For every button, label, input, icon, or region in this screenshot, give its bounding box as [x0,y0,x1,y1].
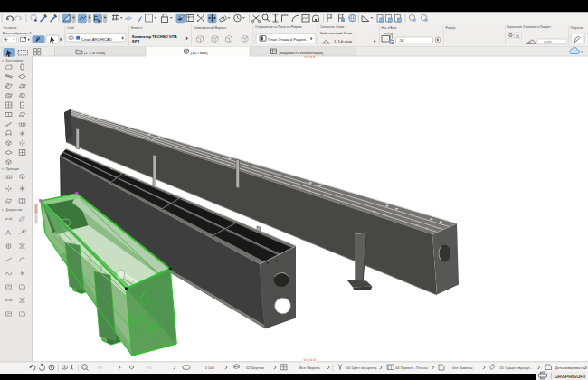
svg-text:1. 1-й этаж: 1. 1-й этаж [334,39,352,43]
svg-text:02 Чертеж: 02 Чертеж [246,366,264,370]
svg-text:Основные:: Основные: [4,26,18,30]
svg-text:без Замены: без Замены [452,366,473,370]
svg-text:Связанные Этажи:: Связанные Этажи: [320,25,345,29]
svg-text:НЗ: НЗ [147,366,152,370]
svg-text:Слой:: Слой: [67,26,75,30]
svg-text:[Ведомость конвекторов]: [Ведомость конвекторов] [280,51,324,55]
svg-text:Слой ARCHICAD: Слой ARCHICAD [81,37,112,42]
svg-text:1:100: 1:100 [205,366,215,370]
svg-text:[1. 1-й этаж]: [1. 1-й этаж] [84,51,105,55]
svg-text:00 Цвет концепту...: 00 Цвет концепту... [346,366,379,370]
svg-text:Размер:: Размер: [446,26,457,30]
svg-text:04 Проект - Планы: 04 Проект - Планы [395,366,428,370]
svg-text:[3D / Все]: [3D / Все] [191,51,207,55]
svg-text:Отображение на Плане и в Разре: Отображение на Плане и в Разрезе: [255,25,302,29]
svg-text:Проекции: Проекции [6,167,20,171]
svg-text:A1: A1 [23,229,26,233]
svg-text:Документир: Документир [6,208,23,212]
svg-text:Собственный Этаж:: Собственный Этаж: [320,31,354,35]
svg-text:НЗ: НЗ [98,366,103,370]
svg-text:KPZ: KPZ [132,39,140,43]
svg-text:Вся Модель: Вся Модель [299,366,320,370]
svg-text:01 Существующе...: 01 Существующе... [500,366,533,370]
svg-text:0,00°: 0,00° [544,40,553,44]
svg-text:Конструиров: Конструиров [6,59,24,62]
svg-text:Нач. и Верх:: Нач. и Верх: [382,26,398,30]
svg-text:План Этажа и Разрез...: План Этажа и Разрез... [268,37,308,42]
svg-text:Зеркальное Отражение и Поворот: Зеркальное Отражение и Поворот: [507,25,552,29]
svg-text:Детализированна...: Детализированна... [555,366,588,370]
svg-text:Покрытие:: Покрытие: [571,26,584,30]
svg-text:Всего выбранных: 1: Всего выбранных: 1 [3,32,32,35]
svg-text:Геометрический Вариант:: Геометрический Вариант: [194,26,227,30]
svg-text:-34: -34 [399,38,405,43]
svg-text:Элемент:: Элемент: [131,26,144,30]
svg-text:[x]: [x] [516,34,519,38]
